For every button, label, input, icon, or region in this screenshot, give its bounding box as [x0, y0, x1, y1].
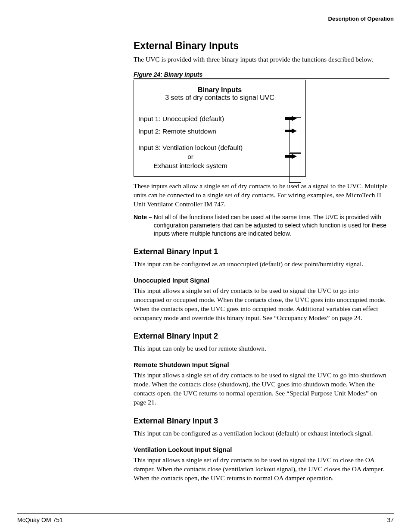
- header-section: Description of Operation: [17, 16, 394, 22]
- section-1-title: External Binary Input 1: [134, 247, 389, 256]
- page-footer: McQuay OM 751 37: [17, 513, 394, 523]
- section-3-sub-title: Ventilation Lockout Input Signal: [134, 446, 389, 453]
- page: Description of Operation External Binary…: [0, 0, 411, 532]
- diagram-subtitle: 3 sets of dry contacts to signal UVC: [138, 94, 301, 102]
- section-3-sub-text: This input allows a single set of dry co…: [134, 456, 389, 483]
- section-1-intro: This input can be configured as an unocc…: [134, 260, 389, 269]
- input2-label: Input 2: Remote shutdown: [138, 127, 216, 135]
- uvc-box-bottom: [289, 153, 301, 183]
- section-3-title: External Binary Input 3: [134, 417, 389, 426]
- section-2-sub-text: This input allows a single set of dry co…: [134, 371, 389, 407]
- input3-line3: Exhaust interlock system: [138, 162, 243, 171]
- input3-line2: or: [138, 152, 243, 162]
- section-2-title: External Binary Input 2: [134, 332, 389, 341]
- section-1-sub-text: This input allows a single set of dry co…: [134, 286, 389, 323]
- note-text: Not all of the functions listed can be u…: [154, 213, 389, 238]
- binary-inputs-diagram: Binary Inputs 3 sets of dry contacts to …: [134, 80, 306, 177]
- page-title: External Binary Inputs: [134, 40, 389, 52]
- figure-caption: Figure 24: Binary inputs: [134, 71, 389, 79]
- input1-label: Input 1: Unoccupied (default): [138, 115, 224, 123]
- diagram-input-2: Input 2: Remote shutdown: [138, 127, 301, 135]
- uvc-box-top: [289, 117, 301, 152]
- note-block: Note – Not all of the functions listed c…: [134, 213, 389, 238]
- footer-left: McQuay OM 751: [17, 516, 63, 523]
- diagram-title: Binary Inputs: [138, 86, 301, 94]
- footer-right: 37: [387, 516, 394, 523]
- section-3-intro: This input can be configured as a ventil…: [134, 429, 389, 438]
- note-label: Note –: [134, 213, 154, 238]
- after-diagram-paragraph: These inputs each allow a single set of …: [134, 182, 389, 209]
- content-area: External Binary Inputs The UVC is provid…: [134, 22, 389, 513]
- section-1-sub-title: Unoccupied Input Signal: [134, 277, 389, 284]
- diagram-input-1: Input 1: Unoccupied (default): [138, 115, 301, 123]
- section-2-sub-title: Remote Shutdown Input Signal: [134, 361, 389, 368]
- intro-paragraph: The UVC is provided with three binary in…: [134, 55, 389, 64]
- input3-line1: Input 3: Ventilation lockout (default): [138, 143, 243, 152]
- section-2-intro: This input can only be used for remote s…: [134, 344, 389, 353]
- input3-label: Input 3: Ventilation lockout (default) o…: [138, 143, 243, 171]
- diagram-input-3: Input 3: Ventilation lockout (default) o…: [138, 143, 301, 171]
